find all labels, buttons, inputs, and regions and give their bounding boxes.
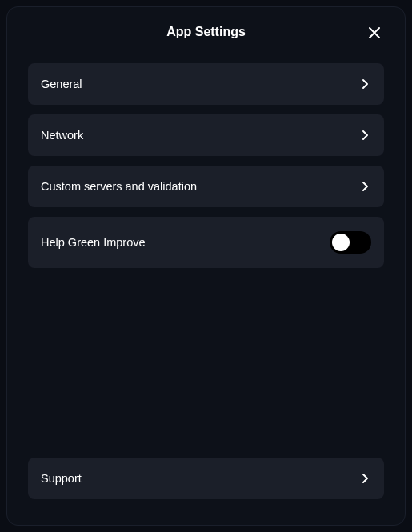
settings-label: Custom servers and validation	[41, 180, 197, 193]
settings-modal: App Settings General Network	[6, 6, 406, 526]
close-button[interactable]	[365, 23, 384, 42]
spacer	[28, 268, 384, 458]
modal-header: App Settings	[28, 25, 384, 39]
help-improve-toggle[interactable]	[330, 231, 371, 254]
settings-label: Support	[41, 472, 82, 485]
settings-label: General	[41, 78, 82, 90]
bottom-section: Support	[28, 458, 384, 507]
settings-item-custom-servers[interactable]: Custom servers and validation	[28, 166, 384, 207]
settings-label: Network	[41, 129, 83, 142]
close-icon	[366, 25, 382, 41]
settings-item-general[interactable]: General	[28, 63, 384, 105]
settings-item-network[interactable]: Network	[28, 114, 384, 156]
settings-item-support[interactable]: Support	[28, 458, 384, 499]
modal-title: App Settings	[166, 25, 246, 39]
chevron-right-icon	[358, 180, 371, 193]
chevron-right-icon	[358, 78, 371, 90]
chevron-right-icon	[358, 472, 371, 485]
chevron-right-icon	[358, 129, 371, 142]
settings-label: Help Green Improve	[41, 236, 146, 249]
settings-item-help-improve: Help Green Improve	[28, 217, 384, 268]
toggle-knob	[332, 234, 350, 251]
settings-list: General Network Custom servers and valid…	[28, 63, 384, 268]
